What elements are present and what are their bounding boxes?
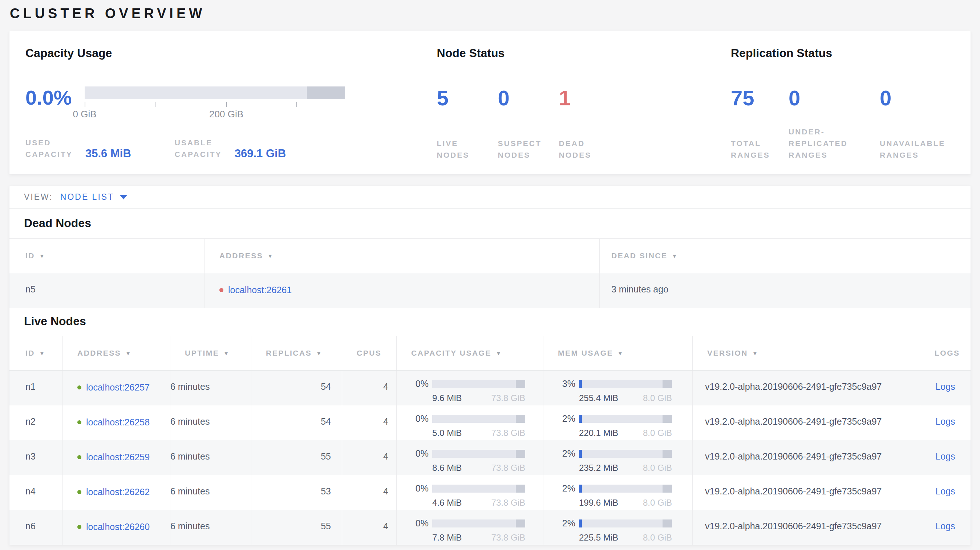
usage-used-value: 9.6 MiB: [432, 393, 462, 403]
logs-link[interactable]: Logs: [935, 451, 955, 461]
node-list-card: VIEW: NODE LIST Dead Nodes ID▼ADDRESS▼DE…: [9, 186, 971, 545]
dead-nodes-table-body: n5localhost:262613 minutes ago: [10, 273, 970, 308]
column-header-cpus: CPUS: [342, 336, 397, 370]
node-status-dot: [77, 525, 81, 529]
node-address-link[interactable]: localhost:26259: [86, 452, 150, 463]
cpus-cell: 4: [342, 405, 397, 440]
capacity-bar-other-segment: [307, 86, 345, 99]
column-header-version[interactable]: VERSION▼: [693, 336, 920, 370]
chevron-down-icon: [120, 195, 127, 199]
column-header-address[interactable]: ADDRESS▼: [205, 238, 600, 273]
stat-suspect-nodes: 0SUSPECT NODES: [498, 87, 559, 161]
node-address-link[interactable]: localhost:26261: [228, 285, 292, 295]
usage-bar-fill: [579, 485, 582, 493]
usage-bar-other-segment: [663, 415, 672, 423]
usage-values: 7.8 MiB73.8 GiB: [432, 533, 525, 543]
stat-unavailable-ranges: 0UNAVAILABLE RANGES: [880, 87, 970, 161]
used-capacity-label: USED CAPACITY: [25, 137, 85, 160]
logs-link[interactable]: Logs: [935, 521, 955, 531]
usage-bar: [579, 380, 672, 388]
usage-used-value: 7.8 MiB: [432, 533, 462, 543]
column-header-mem-usage[interactable]: MEM USAGE▼: [543, 336, 693, 370]
logs-cell: Logs: [920, 370, 970, 405]
node-id-cell: n5: [10, 273, 205, 308]
column-header-logs: LOGS: [920, 336, 970, 370]
usage-bar-other-segment: [663, 485, 672, 493]
dead-since-cell: 3 minutes ago: [600, 273, 970, 308]
usable-capacity-stat: USABLE CAPACITY 369.1 GiB: [175, 137, 286, 160]
usage-values: 5.0 MiB73.8 GiB: [432, 428, 525, 438]
live-node-row: n6localhost:262606 minutes5540%7.8 MiB73…: [10, 510, 970, 545]
replicas-cell: 54: [251, 405, 342, 440]
stat-value: 5: [437, 87, 498, 109]
node-address-cell: localhost:26259: [63, 440, 170, 475]
node-status-panel: Node Status 5LIVE NODES0SUSPECT NODES1DE…: [437, 46, 731, 174]
usage-values: 220.1 MiB8.0 GiB: [579, 428, 672, 438]
column-header-replicas[interactable]: REPLICAS▼: [251, 336, 342, 370]
column-header-id[interactable]: ID▼: [10, 238, 205, 273]
column-header-label: ID: [25, 251, 35, 260]
usage-bar: [432, 485, 525, 493]
cpus-cell: 4: [342, 440, 397, 475]
usage-total-value: 8.0 GiB: [643, 393, 672, 403]
usage-bar-other-segment: [516, 520, 525, 528]
usage-bar-fill: [579, 450, 582, 458]
usage-bar-row: 2%: [550, 483, 692, 494]
mem-usage-cell: 2%199.6 MiB8.0 GiB: [543, 475, 693, 510]
dead-nodes-table: ID▼ADDRESS▼DEAD SINCE▼ n5localhost:26261…: [10, 238, 970, 308]
sort-arrow-icon: ▼: [617, 350, 624, 356]
replicas-cell: 54: [251, 370, 342, 405]
column-header-uptime[interactable]: UPTIME▼: [170, 336, 251, 370]
usage-used-value: 235.2 MiB: [579, 463, 618, 473]
view-selected-value: NODE LIST: [60, 192, 114, 202]
node-address-cell: localhost:26257: [63, 370, 170, 405]
dead-nodes-title: Dead Nodes: [10, 208, 970, 238]
sort-arrow-icon: ▼: [496, 350, 502, 356]
view-label: VIEW:: [24, 192, 53, 202]
node-address-link[interactable]: localhost:26257: [86, 382, 150, 393]
uptime-cell: 6 minutes: [170, 405, 251, 440]
usage-used-value: 5.0 MiB: [432, 428, 462, 438]
usage-percent: 3%: [550, 378, 575, 389]
mem-usage-cell: 2%225.5 MiB8.0 GiB: [543, 510, 693, 545]
usage-total-value: 73.8 GiB: [492, 463, 525, 473]
usage-percent: 0%: [403, 378, 429, 389]
column-header-capacity-usage[interactable]: CAPACITY USAGE▼: [397, 336, 543, 370]
logs-link[interactable]: Logs: [935, 416, 955, 426]
node-address-link[interactable]: localhost:26260: [86, 522, 150, 532]
column-header-address[interactable]: ADDRESS▼: [63, 336, 170, 370]
usage-total-value: 8.0 GiB: [643, 428, 672, 438]
logs-link[interactable]: Logs: [935, 382, 955, 392]
uptime-cell: 6 minutes: [170, 370, 251, 405]
usage-used-value: 255.4 MiB: [579, 393, 618, 403]
capacity-bar: [84, 86, 345, 99]
logs-link[interactable]: Logs: [935, 486, 955, 496]
column-header-label: VERSION: [707, 349, 748, 358]
column-header-id[interactable]: ID▼: [10, 336, 63, 370]
column-header-label: CAPACITY USAGE: [411, 349, 492, 358]
node-id-cell: n6: [10, 510, 63, 545]
capacity-stats-row: USED CAPACITY 35.6 MiB USABLE CAPACITY 3…: [25, 137, 437, 160]
replication-status-panel: Replication Status 75TOTAL RANGES0UNDER-…: [731, 46, 970, 174]
usage-used-value: 199.6 MiB: [579, 498, 618, 508]
live-node-row: n1localhost:262576 minutes5440%9.6 MiB73…: [10, 370, 970, 405]
column-header-dead-since[interactable]: DEAD SINCE▼: [600, 238, 970, 273]
node-status-dot: [77, 385, 81, 389]
logs-cell: Logs: [920, 475, 970, 510]
stat-value: 75: [731, 87, 789, 109]
node-address-link[interactable]: localhost:26258: [86, 417, 150, 428]
replicas-cell: 53: [251, 475, 342, 510]
mem-usage-cell: 2%235.2 MiB8.0 GiB: [543, 440, 693, 475]
version-cell: v19.2.0-alpha.20190606-2491-gfe735c9a97: [693, 475, 920, 510]
cpus-cell: 4: [342, 475, 397, 510]
logs-cell: Logs: [920, 510, 970, 545]
node-address-cell: localhost:26260: [63, 510, 170, 545]
view-selector[interactable]: NODE LIST: [60, 192, 127, 202]
usage-used-value: 220.1 MiB: [579, 428, 618, 438]
stat-label: UNAVAILABLE RANGES: [880, 138, 965, 161]
usage-total-value: 73.8 GiB: [492, 533, 525, 543]
node-address-link[interactable]: localhost:26262: [86, 487, 150, 498]
usage-bar-other-segment: [663, 450, 672, 458]
axis-tick: [84, 102, 85, 107]
capacity-usage-cell: 0%7.8 MiB73.8 GiB: [397, 510, 543, 545]
